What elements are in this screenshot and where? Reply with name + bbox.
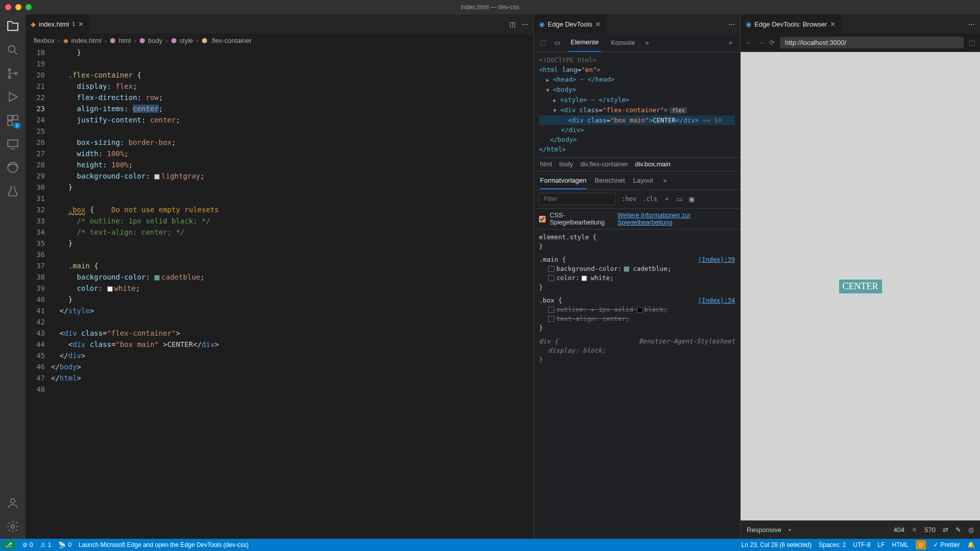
rule-selector[interactable]: .main { bbox=[539, 256, 566, 263]
forward-icon[interactable]: → bbox=[757, 39, 764, 46]
inspect-icon[interactable]: ⬚ bbox=[969, 39, 975, 46]
dom-node[interactable]: ▶ <style> ⋯ </style> bbox=[539, 95, 735, 105]
more-icon[interactable]: ⋯ bbox=[522, 20, 528, 28]
browser-tab[interactable]: ◉ Edge DevTools: Browser ✕ bbox=[741, 14, 841, 34]
encoding[interactable]: UTF-8 bbox=[853, 541, 870, 548]
run-debug-icon[interactable] bbox=[6, 90, 20, 104]
layout-tab[interactable]: Layout bbox=[633, 177, 653, 184]
devtools-breadcrumb[interactable]: html body div.flex-container div.box.mai… bbox=[534, 157, 740, 171]
toggle-icon[interactable]: ▣ bbox=[689, 195, 695, 203]
source-link[interactable]: (Index):39 bbox=[698, 255, 735, 264]
add-tab-icon[interactable]: ＋ bbox=[727, 38, 734, 47]
prop-checkbox[interactable] bbox=[548, 307, 554, 313]
dom-node[interactable]: </html> bbox=[539, 144, 735, 154]
dom-node[interactable]: <html lang="en"> bbox=[539, 65, 735, 74]
rule-selector[interactable]: .box { bbox=[539, 296, 562, 304]
browser-viewport[interactable]: CENTER bbox=[741, 52, 980, 520]
crumb-item[interactable]: html bbox=[540, 161, 552, 168]
dom-node[interactable]: <!DOCTYPE html> bbox=[539, 55, 735, 65]
new-style-icon[interactable]: ＋ bbox=[664, 194, 670, 204]
more-tabs-icon[interactable]: » bbox=[663, 177, 667, 184]
css-mirror-link[interactable]: Weitere Informationen zur Spiegelbearbei… bbox=[617, 212, 735, 226]
close-icon[interactable]: ✕ bbox=[830, 20, 836, 28]
split-editor-icon[interactable]: ◫ bbox=[509, 20, 516, 28]
edge-icon[interactable] bbox=[6, 160, 20, 174]
code-editor[interactable]: 1819202122232425262728293031323334353637… bbox=[26, 47, 533, 539]
minimize-window-button[interactable] bbox=[15, 4, 21, 10]
screenshot-icon[interactable]: ✎ bbox=[955, 526, 961, 534]
language-mode[interactable]: HTML bbox=[892, 541, 909, 548]
dom-node[interactable]: ▶ <head> ⋯ </head> bbox=[539, 74, 735, 85]
more-icon[interactable]: ⋯ bbox=[728, 20, 735, 28]
cursor-position[interactable]: Ln 23, Col 28 (6 selected) bbox=[742, 541, 812, 548]
more-icon[interactable]: ⋯ bbox=[968, 20, 975, 28]
search-icon[interactable] bbox=[6, 43, 20, 57]
indent-setting[interactable]: Spaces: 2 bbox=[819, 541, 846, 548]
account-icon[interactable] bbox=[6, 496, 20, 510]
console-tab[interactable]: Konsole bbox=[609, 34, 637, 52]
elements-tab[interactable]: Elemente bbox=[569, 34, 601, 52]
editor-tab[interactable]: ◆ index.html 1 ✕ bbox=[26, 14, 89, 34]
dom-node[interactable]: </body> bbox=[539, 135, 735, 144]
remote-indicator[interactable]: ⎇ bbox=[2, 540, 15, 549]
ports-indicator[interactable]: 📡 0 bbox=[58, 541, 71, 548]
source-control-icon[interactable] bbox=[6, 66, 20, 81]
remote-icon[interactable] bbox=[6, 137, 20, 151]
css-mirror-checkbox[interactable] bbox=[539, 216, 546, 222]
reload-icon[interactable]: ⟳ bbox=[769, 39, 775, 46]
close-window-button[interactable] bbox=[5, 4, 11, 10]
crumb-item[interactable]: div.flex-container bbox=[580, 161, 628, 168]
dom-tree[interactable]: <!DOCTYPE html> <html lang="en"> ▶ <head… bbox=[534, 52, 740, 157]
prop-checkbox[interactable] bbox=[548, 275, 554, 281]
notifications-icon[interactable]: 🔔 bbox=[967, 541, 975, 548]
crumb-item[interactable]: body bbox=[559, 161, 573, 168]
prettier-status[interactable]: ✓ Prettier bbox=[933, 541, 960, 548]
url-input[interactable]: http://localhost:3000/ bbox=[780, 37, 964, 48]
dom-node[interactable]: ▼ <div class="flex-container">flex bbox=[539, 105, 735, 115]
breadcrumb[interactable]: flexbox› ◆index.html› ⬢html› ⬢body› ⬢sty… bbox=[26, 34, 533, 47]
launch-task[interactable]: Launch Microsoft Edge and open the Edge … bbox=[79, 541, 249, 548]
prop-checkbox[interactable] bbox=[548, 316, 554, 322]
gear-icon[interactable] bbox=[6, 519, 20, 534]
hov-toggle[interactable]: :hov bbox=[622, 195, 636, 203]
close-icon[interactable]: ✕ bbox=[78, 20, 84, 28]
flex-badge[interactable]: flex bbox=[670, 107, 687, 114]
explorer-icon[interactable] bbox=[6, 19, 20, 34]
dom-node[interactable]: ▼ <body> bbox=[539, 85, 735, 95]
styles-tab[interactable]: Formatvorlagen bbox=[540, 177, 586, 189]
test-icon[interactable] bbox=[6, 184, 20, 198]
viewport-height[interactable]: 570 bbox=[924, 526, 936, 534]
extensions-icon[interactable]: 2 bbox=[6, 113, 20, 128]
responsive-mode-select[interactable]: Responsive bbox=[747, 526, 781, 534]
dom-node-selected[interactable]: <div class="box main">CENTER</div> == $0 bbox=[539, 115, 735, 125]
feedback-icon[interactable]: ☺ bbox=[916, 540, 926, 549]
dom-node[interactable]: </div> bbox=[539, 125, 735, 135]
breadcrumb-item[interactable]: style bbox=[180, 37, 193, 44]
breadcrumb-item[interactable]: html bbox=[118, 37, 131, 44]
prop-checkbox[interactable] bbox=[548, 266, 554, 272]
rule-selector[interactable]: element.style { bbox=[539, 233, 597, 241]
device-icon[interactable]: ▭ bbox=[554, 39, 560, 46]
styles-rules[interactable]: element.style {} (Index):39 .main { back… bbox=[534, 230, 740, 539]
eol[interactable]: LF bbox=[877, 541, 885, 548]
breadcrumb-item[interactable]: index.html bbox=[71, 37, 102, 44]
viewport-width[interactable]: 404 bbox=[894, 526, 905, 534]
toggle-icon[interactable]: ▭ bbox=[676, 195, 682, 203]
crumb-item[interactable]: div.box.main bbox=[635, 161, 670, 168]
devtools-tab[interactable]: ◉ Edge DevTools ✕ bbox=[534, 14, 606, 34]
maximize-window-button[interactable] bbox=[26, 4, 32, 10]
styles-filter-input[interactable] bbox=[539, 193, 616, 205]
inspect-icon[interactable]: ⬚ bbox=[540, 39, 546, 46]
source-link[interactable]: (Index):34 bbox=[698, 296, 735, 305]
back-icon[interactable]: ← bbox=[746, 39, 752, 46]
chevron-down-icon[interactable]: ▾ bbox=[789, 527, 791, 533]
problems-warnings[interactable]: ⚠ 1 bbox=[40, 541, 52, 548]
more-tabs-icon[interactable]: » bbox=[645, 39, 649, 46]
cls-toggle[interactable]: .cls bbox=[643, 195, 657, 203]
code-lines[interactable]: } .flex-container { display: flex; flex-… bbox=[51, 47, 533, 539]
breadcrumb-item[interactable]: flexbox bbox=[34, 37, 55, 44]
rotate-icon[interactable]: ⇄ bbox=[943, 526, 948, 534]
close-icon[interactable]: ✕ bbox=[595, 20, 601, 28]
problems-errors[interactable]: ⊘ 0 bbox=[22, 541, 33, 548]
breadcrumb-item[interactable]: body bbox=[148, 37, 162, 44]
